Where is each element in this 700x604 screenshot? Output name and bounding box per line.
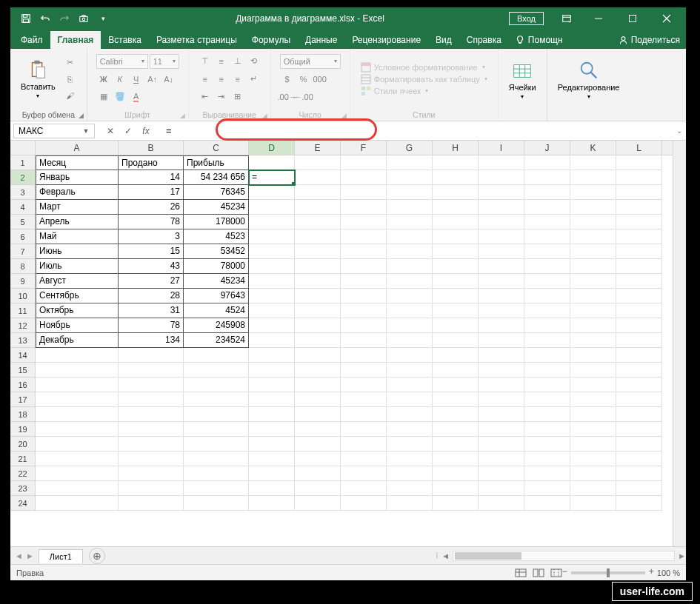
cell[interactable]	[119, 437, 184, 452]
horizontal-scrollbar[interactable]	[453, 551, 675, 561]
undo-icon[interactable]	[37, 10, 53, 27]
cell[interactable]: Июль	[36, 259, 119, 274]
cell[interactable]	[479, 437, 524, 452]
cell[interactable]	[433, 170, 479, 185]
cell[interactable]	[36, 466, 119, 481]
cell[interactable]	[479, 407, 524, 422]
cell[interactable]	[433, 496, 479, 511]
row-header[interactable]: 9	[10, 274, 36, 289]
cell[interactable]	[479, 496, 524, 511]
cell[interactable]	[341, 215, 387, 229]
cell[interactable]	[479, 274, 524, 289]
number-format-dropdown[interactable]: Общий▾	[280, 54, 341, 69]
cell[interactable]	[479, 200, 524, 215]
cell[interactable]	[295, 215, 341, 229]
cell[interactable]	[616, 229, 662, 244]
cell[interactable]	[249, 392, 295, 407]
share-button[interactable]: Поделиться	[613, 31, 686, 49]
cell[interactable]: 78	[119, 215, 184, 229]
cell[interactable]	[479, 392, 524, 407]
cell[interactable]	[570, 155, 616, 170]
cell[interactable]	[184, 496, 249, 511]
cell[interactable]	[433, 200, 479, 215]
row-header[interactable]: 23	[10, 481, 36, 496]
cell[interactable]: 27	[119, 274, 184, 289]
cell[interactable]: Месяц	[36, 155, 119, 170]
borders-icon[interactable]: ▦	[96, 90, 111, 104]
align-bottom-icon[interactable]: ⊥	[230, 54, 245, 69]
save-icon[interactable]	[18, 10, 34, 27]
cell[interactable]	[616, 274, 662, 289]
cell[interactable]	[479, 363, 524, 378]
cell[interactable]	[433, 422, 479, 437]
zoom-slider[interactable]: −+	[571, 571, 645, 574]
tab-данные[interactable]: Данные	[298, 31, 344, 49]
dialog-launcher-icon[interactable]: ◢	[262, 112, 267, 119]
cell[interactable]	[249, 185, 295, 200]
cell[interactable]: Октябрь	[36, 303, 119, 318]
cell[interactable]	[119, 407, 184, 422]
cell[interactable]	[387, 422, 433, 437]
cell[interactable]	[341, 437, 387, 452]
cell[interactable]: Сентябрь	[36, 289, 119, 303]
sheet-tab[interactable]: Лист1	[39, 549, 83, 563]
cell[interactable]: 54 234 656	[184, 170, 249, 185]
cell[interactable]	[616, 333, 662, 348]
cell[interactable]	[479, 229, 524, 244]
align-center-icon[interactable]: ≡	[214, 72, 229, 87]
cell[interactable]	[524, 303, 570, 318]
cell[interactable]	[524, 437, 570, 452]
cell[interactable]	[295, 452, 341, 466]
row-header[interactable]: 14	[10, 348, 36, 363]
cell[interactable]	[433, 215, 479, 229]
cell[interactable]	[387, 496, 433, 511]
cell[interactable]	[341, 363, 387, 378]
cell[interactable]	[570, 407, 616, 422]
cell[interactable]	[479, 155, 524, 170]
cell[interactable]: 17	[119, 185, 184, 200]
enter-formula-icon[interactable]: ✓	[120, 124, 136, 138]
cell[interactable]	[184, 437, 249, 452]
cell[interactable]	[570, 348, 616, 363]
cell[interactable]	[524, 215, 570, 229]
cell[interactable]: Январь	[36, 170, 119, 185]
cell[interactable]	[387, 437, 433, 452]
cell[interactable]	[119, 363, 184, 378]
row-header[interactable]: 21	[10, 452, 36, 466]
cell[interactable]	[295, 333, 341, 348]
cell[interactable]: 76345	[184, 185, 249, 200]
cell[interactable]	[119, 392, 184, 407]
cell[interactable]	[479, 170, 524, 185]
name-box-dropdown-icon[interactable]: ▼	[79, 127, 93, 135]
cell[interactable]	[341, 348, 387, 363]
cell[interactable]	[616, 481, 662, 496]
cell[interactable]	[524, 407, 570, 422]
cell[interactable]	[184, 466, 249, 481]
cell[interactable]	[295, 392, 341, 407]
cell[interactable]: 31	[119, 303, 184, 318]
cell[interactable]	[616, 244, 662, 259]
cell[interactable]	[341, 466, 387, 481]
cell[interactable]	[249, 437, 295, 452]
cell[interactable]	[616, 466, 662, 481]
cell[interactable]	[36, 348, 119, 363]
fill-color-icon[interactable]: 🪣	[113, 90, 127, 104]
merge-icon[interactable]: ⊞	[230, 90, 245, 104]
cell[interactable]	[341, 274, 387, 289]
cell[interactable]	[570, 259, 616, 274]
cell[interactable]: 78	[119, 318, 184, 333]
cell[interactable]	[119, 348, 184, 363]
cell[interactable]	[433, 452, 479, 466]
cell[interactable]	[524, 466, 570, 481]
cell[interactable]	[295, 259, 341, 274]
decrease-indent-icon[interactable]: ⇤	[198, 90, 213, 104]
cell[interactable]	[184, 363, 249, 378]
grid-rows[interactable]: 1МесяцПроданоПрибыль2Январь1454 234 656=…	[10, 155, 673, 546]
cell[interactable]	[616, 363, 662, 378]
cell[interactable]	[616, 348, 662, 363]
cell[interactable]	[387, 318, 433, 333]
cell[interactable]: 14	[119, 170, 184, 185]
cell[interactable]: 245908	[184, 318, 249, 333]
row-header[interactable]: 8	[10, 259, 36, 274]
cell[interactable]: 78000	[184, 259, 249, 274]
